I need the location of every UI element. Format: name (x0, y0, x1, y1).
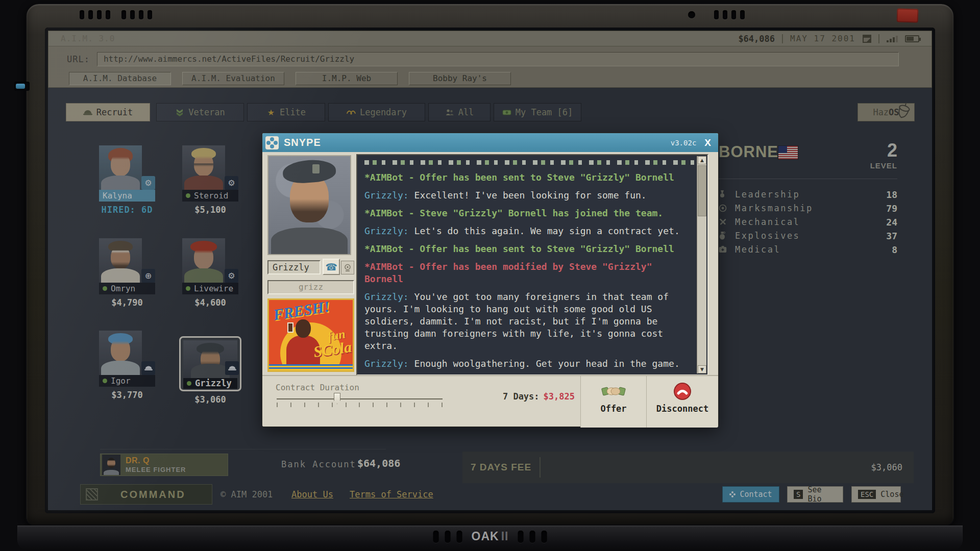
chat-system-message: *AIMBot - Steve "Grizzly" Bornell has jo… (364, 207, 692, 219)
hang-up-icon (673, 381, 692, 402)
contract-duration-label: Contract Duration (276, 383, 359, 392)
offer-button[interactable]: Offer (581, 376, 646, 428)
vent-slots (121, 10, 152, 19)
webcam-hole (688, 11, 695, 18)
scrollbar-thumb[interactable] (698, 165, 706, 216)
disconnect-label: Disconnect (656, 404, 708, 414)
power-switch[interactable] (14, 82, 30, 91)
contact-handle-field: grizz (267, 280, 354, 294)
dialog-title-bar[interactable]: SNYPE v3.02c X (262, 133, 718, 152)
contact-name-field: Grizzly (267, 260, 321, 274)
app-version: v3.02c (671, 139, 697, 147)
handshake-icon (601, 381, 626, 402)
game-screen: A.I.M. 3.0 $64,086 MAY 17 2001 URL: http… (0, 0, 980, 551)
chat-system-message: *AIMBot - Offer has been modified by Ste… (364, 261, 692, 285)
chat-system-message: *AIMBot - Offer has been sent to Steve "… (364, 171, 692, 184)
grizzly-portrait (267, 155, 351, 255)
offer-summary: 7 Days:$3,825 (441, 391, 575, 402)
laptop-brand-logo: OAKII (472, 530, 509, 543)
vent-slots (80, 10, 110, 19)
webcam-icon (344, 264, 352, 272)
chat-message: Grizzly: Enough woolgathering. Get your … (364, 358, 692, 370)
chat-system-message: *AIMBot - Offer has been sent to Steve "… (364, 243, 692, 255)
chat-message: Grizzly: Let's do this again. We may sig… (364, 225, 692, 237)
dialog-title: SNYPE (284, 137, 321, 148)
duration-slider-track[interactable] (277, 398, 443, 399)
close-icon[interactable]: X (704, 137, 711, 148)
slider-ticks (277, 403, 443, 407)
voice-call-button[interactable]: ☎ (323, 259, 340, 275)
clipped-message (364, 160, 699, 165)
red-sticker (897, 8, 919, 22)
scroll-down-icon[interactable]: ▼ (698, 365, 706, 373)
laptop-screen: A.I.M. 3.0 $64,086 MAY 17 2001 URL: http… (45, 28, 935, 513)
chat-message: Grizzly: Excellent! I've been looking fo… (364, 189, 692, 202)
cola-advertisement[interactable]: FRESH! fun SCola (267, 298, 354, 372)
chat-log[interactable]: *AIMBot - Offer has been sent to Steve "… (356, 154, 708, 375)
snype-dialog: SNYPE v3.02c X Grizzly ☎ grizz FRESH! fu… (262, 133, 718, 427)
offer-label: Offer (600, 404, 626, 414)
disconnect-button[interactable]: Disconnect (647, 376, 718, 428)
laptop-hinge: OAKII (17, 525, 963, 551)
contract-panel: Contract Duration 7 Days:$3,825 Offer (262, 375, 718, 427)
scroll-up-icon[interactable]: ▲ (698, 156, 706, 164)
chat-message: Grizzly: You've got too many foreigners … (364, 291, 692, 352)
video-call-button[interactable] (341, 261, 354, 274)
chat-scrollbar[interactable]: ▲ ▼ (697, 156, 706, 373)
snype-app-icon (265, 136, 279, 149)
vent-slots (714, 10, 745, 19)
